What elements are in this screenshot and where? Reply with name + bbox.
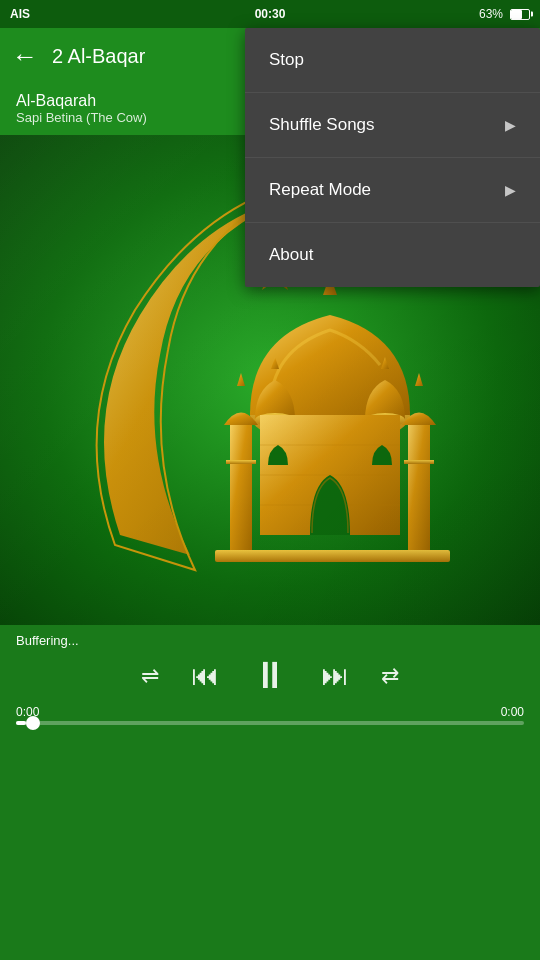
menu-item-stop[interactable]: Stop — [245, 28, 540, 93]
svg-rect-14 — [230, 425, 252, 555]
context-menu: Stop Shuffle Songs ▶ Repeat Mode ▶ About — [245, 28, 540, 287]
menu-repeat-label: Repeat Mode — [269, 180, 371, 200]
status-bar: AIS 00:30 63% — [0, 0, 540, 28]
menu-item-shuffle[interactable]: Shuffle Songs ▶ — [245, 93, 540, 158]
pause-button[interactable]: ⏸ — [251, 654, 289, 697]
repeat-button[interactable]: ⇄ — [381, 663, 399, 689]
battery-icon — [510, 9, 530, 20]
svg-rect-21 — [404, 460, 434, 464]
svg-rect-22 — [215, 550, 450, 562]
time-row: 0:00 0:00 — [16, 705, 524, 719]
battery-percent: 63% — [479, 7, 503, 21]
player-section: Buffering... ⇌ ⏮ ⏸ ⏭ ⇄ 0:00 0:00 — [0, 625, 540, 731]
time-total: 0:00 — [501, 705, 524, 719]
carrier-signal: AIS — [10, 7, 30, 21]
shuffle-button[interactable]: ⇌ — [141, 663, 159, 689]
buffering-status: Buffering... — [16, 633, 524, 648]
back-button[interactable]: ← — [12, 41, 38, 72]
menu-item-repeat[interactable]: Repeat Mode ▶ — [245, 158, 540, 223]
svg-rect-18 — [408, 425, 430, 555]
next-button[interactable]: ⏭ — [321, 659, 349, 692]
toolbar-title: 2 Al-Baqar — [52, 45, 145, 68]
menu-shuffle-label: Shuffle Songs — [269, 115, 375, 135]
menu-about-label: About — [269, 245, 313, 265]
prev-button[interactable]: ⏮ — [191, 659, 219, 692]
svg-rect-17 — [226, 460, 256, 464]
status-right: 63% — [479, 7, 530, 21]
clock: 00:30 — [255, 7, 286, 21]
progress-fill — [16, 721, 26, 725]
menu-item-about[interactable]: About — [245, 223, 540, 287]
shuffle-arrow-icon: ▶ — [505, 117, 516, 133]
controls-row: ⇌ ⏮ ⏸ ⏭ ⇄ — [16, 654, 524, 697]
repeat-arrow-icon: ▶ — [505, 182, 516, 198]
svg-marker-16 — [237, 373, 245, 386]
svg-marker-20 — [415, 373, 423, 386]
progress-thumb[interactable] — [26, 716, 40, 730]
progress-bar[interactable] — [16, 721, 524, 725]
menu-stop-label: Stop — [269, 50, 304, 70]
